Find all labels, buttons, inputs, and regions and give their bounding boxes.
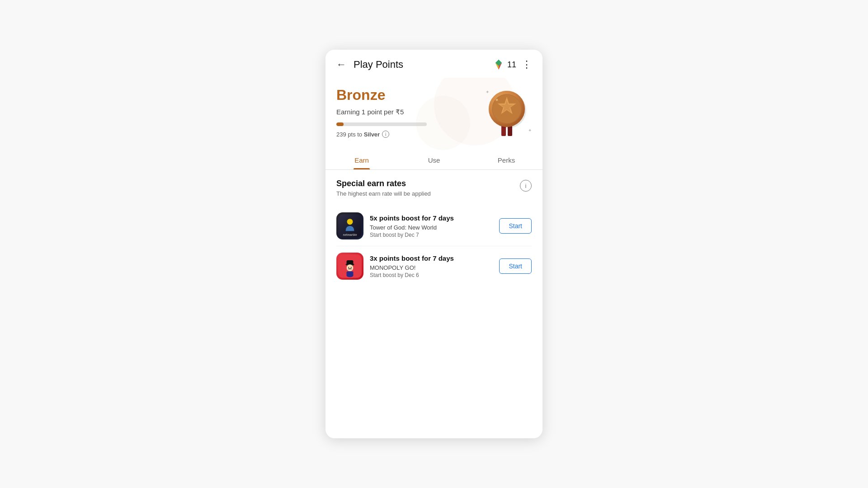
sparkle-icon-tl: ✦: [486, 89, 489, 94]
app-icon-monopoly: [336, 253, 363, 280]
boost-app-name-monopoly: MONOPOLY GO!: [370, 264, 493, 271]
more-menu-button[interactable]: ⋮: [522, 59, 532, 70]
back-button[interactable]: ←: [336, 59, 346, 70]
section-subtitle: The highest earn rate will be applied: [336, 190, 520, 197]
boost-info-monopoly: 3x points boost for 7 days MONOPOLY GO! …: [370, 254, 493, 279]
boost-title-netmarble: 5x points boost for 7 days: [370, 214, 493, 223]
svg-text:netmarble: netmarble: [343, 233, 357, 236]
app-icon-label-monopoly: [336, 253, 363, 280]
earn-content: Special earn rates The highest earn rate…: [326, 170, 542, 295]
hero-info: Bronze Earning 1 point per ₹5 239 pts to…: [336, 85, 482, 138]
section-title-group: Special earn rates The highest earn rate…: [336, 179, 520, 197]
boost-item-monopoly: 3x points boost for 7 days MONOPOLY GO! …: [336, 246, 532, 286]
boost-deadline-monopoly: Start boost by Dec 6: [370, 272, 493, 278]
start-button-netmarble[interactable]: Start: [499, 218, 532, 234]
progress-bar-container: [336, 122, 427, 126]
points-badge: 11: [493, 59, 516, 70]
tab-perks[interactable]: Perks: [470, 150, 542, 169]
boost-deadline-netmarble: Start boost by Dec 7: [370, 232, 493, 238]
bronze-medal-icon: [484, 86, 529, 138]
tabs-bar: Earn Use Perks: [326, 150, 542, 170]
progress-bar-fill: [336, 122, 344, 126]
header: ← Play Points 11 ⋮: [326, 50, 542, 78]
section-header: Special earn rates The highest earn rate…: [336, 179, 532, 197]
section-title: Special earn rates: [336, 179, 520, 188]
svg-rect-13: [347, 260, 354, 264]
section-info-button[interactable]: i: [520, 180, 532, 192]
tab-earn[interactable]: Earn: [326, 150, 398, 169]
hero-section: Bronze Earning 1 point per ₹5 239 pts to…: [326, 78, 542, 150]
svg-point-9: [347, 219, 353, 225]
start-button-monopoly[interactable]: Start: [499, 258, 532, 274]
svg-point-16: [351, 267, 352, 268]
sparkle-icon-br: ✦: [528, 128, 532, 133]
tier-name: Bronze: [336, 87, 482, 103]
page-title: Play Points: [354, 59, 403, 70]
medal-container: ✦: [482, 85, 532, 139]
pts-to-silver: 239 pts to Silver i: [336, 131, 482, 138]
boost-info-netmarble: 5x points boost for 7 days Tower of God:…: [370, 214, 493, 239]
earn-rate-text: Earning 1 point per ₹5: [336, 108, 482, 116]
silver-info-button[interactable]: i: [382, 131, 389, 138]
google-play-points-icon: [493, 59, 505, 70]
app-icon-label-netmarble: netmarble: [336, 212, 363, 239]
phone-container: ← Play Points 11 ⋮ Bronze Earning 1 poin…: [326, 50, 542, 438]
boost-title-monopoly: 3x points boost for 7 days: [370, 254, 493, 263]
header-left: ← Play Points: [336, 59, 403, 70]
boost-item-netmarble: netmarble 5x points boost for 7 days Tow…: [336, 206, 532, 246]
svg-point-6: [496, 99, 498, 101]
points-count: 11: [507, 60, 516, 70]
app-icon-netmarble: netmarble: [336, 212, 363, 239]
header-right: 11 ⋮: [493, 59, 532, 70]
svg-point-15: [348, 267, 349, 268]
boost-app-name-netmarble: Tower of God: New World: [370, 224, 493, 231]
tab-use[interactable]: Use: [398, 150, 470, 169]
svg-point-14: [347, 264, 354, 271]
pts-to-silver-text: 239 pts to Silver: [336, 131, 380, 138]
